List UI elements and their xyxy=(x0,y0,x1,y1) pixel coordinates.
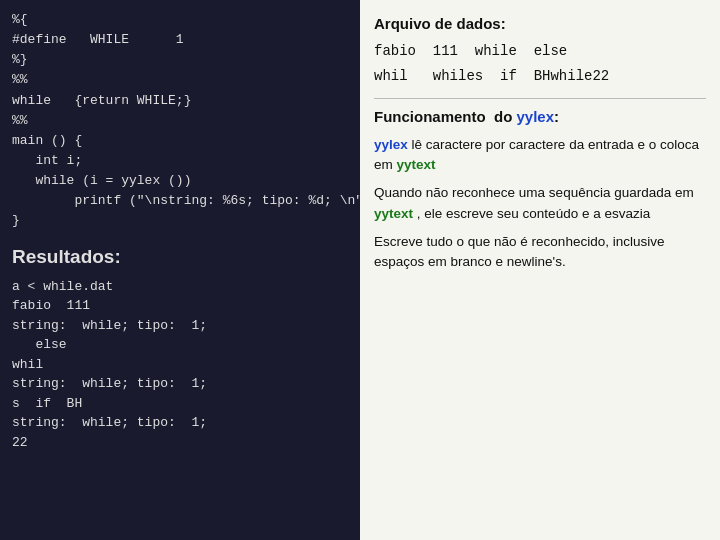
arquivo-fabio: fabio 111 while else xyxy=(374,43,567,59)
yytext-highlight-2: yytext xyxy=(374,206,413,221)
func-para2-text: , ele escreve seu conteúdo e a esvazia xyxy=(417,206,650,221)
arquivo-title: Arquivo de dados: xyxy=(374,12,706,36)
results-label: Resultados: xyxy=(12,242,348,271)
func-para3: Escreve tudo o que não é reconhecido, in… xyxy=(374,232,706,273)
yylex-highlight-title: yylex xyxy=(517,108,555,125)
func-para2-intro: Quando não reconhece uma sequência guard… xyxy=(374,185,694,200)
yylex-highlight-1: yylex xyxy=(374,137,408,152)
funcionamento-title: Funcionamento do yylex: xyxy=(374,105,706,129)
arquivo-line2: whil whiles if BHwhile22 xyxy=(374,65,706,87)
arquivo-line1: fabio 111 while else xyxy=(374,40,706,62)
func-para1: yylex lê caractere por caractere da entr… xyxy=(374,135,706,176)
arquivo-whil: whil whiles if BHwhile22 xyxy=(374,68,609,84)
left-panel: %{ #define WHILE 1 %} %% while {return W… xyxy=(0,0,360,540)
yytext-highlight-1: yytext xyxy=(397,157,436,172)
results-code: a < while.dat fabio 111 string: while; t… xyxy=(12,277,348,453)
divider xyxy=(374,98,706,99)
right-panel: Arquivo de dados: fabio 111 while else w… xyxy=(360,0,720,540)
func-para2: Quando não reconhece uma sequência guard… xyxy=(374,183,706,224)
code-block-top: %{ #define WHILE 1 %} %% while {return W… xyxy=(12,10,348,232)
